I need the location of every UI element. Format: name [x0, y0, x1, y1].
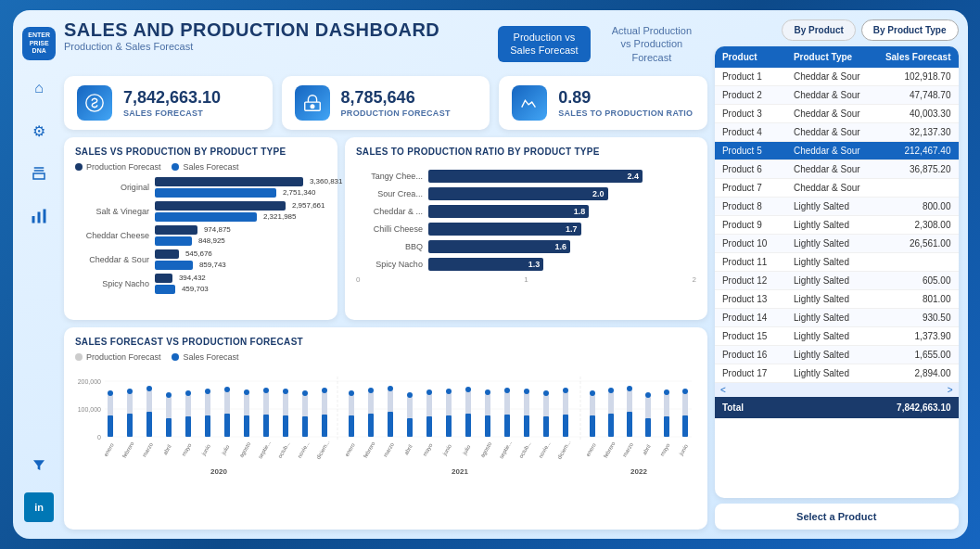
main-content: SALES AND PRODUCTION DASHBOARD Productio…	[64, 19, 707, 530]
linkedin-icon[interactable]: in	[24, 492, 54, 522]
table-row[interactable]: Product 8Lightly Salted800.00	[715, 198, 959, 216]
ratio-row-cheddar: Cheddar & ... 1.8	[356, 205, 696, 218]
svg-text:agosto: agosto	[238, 441, 252, 459]
middle-row: SALES VS PRODUCTION BY PRODUCT TYPE Prod…	[64, 137, 707, 321]
table-row[interactable]: Product 6Cheddar & Sour36,875.20	[715, 160, 959, 179]
svg-text:julio: julio	[220, 444, 230, 457]
svg-rect-76	[524, 415, 529, 437]
legend-dot-prod	[75, 163, 83, 171]
col-product: Product	[722, 52, 794, 62]
table-row[interactable]: Product 12Lightly Salted605.00	[715, 272, 959, 290]
by-product-button[interactable]: By Product	[782, 19, 855, 41]
footer-label: Total	[722, 402, 794, 413]
bars-2020	[108, 386, 327, 437]
svg-point-20	[146, 386, 152, 391]
sales-icon	[77, 85, 112, 121]
svg-rect-61	[426, 416, 432, 437]
kpi-ratio-value: 0.89	[558, 88, 693, 109]
svg-text:diciem...: diciem...	[556, 440, 572, 461]
svp-title: SALES VS PRODUCTION BY PRODUCT TYPE	[75, 147, 326, 157]
svg-rect-88	[608, 414, 614, 437]
header-tabs: Production vs Sales Forecast Actual Prod…	[498, 19, 707, 69]
svg-rect-34	[244, 415, 249, 437]
table-row[interactable]: Product 13Lightly Salted801.00	[715, 290, 959, 309]
svg-point-23	[166, 392, 172, 398]
table-row[interactable]: Product 3Cheddar & Sour40,003.30	[715, 105, 959, 123]
svg-rect-97	[664, 416, 669, 437]
svg-point-56	[388, 386, 393, 391]
svg-text:2020: 2020	[210, 467, 227, 476]
table-row[interactable]: Product 15Lightly Salted1,373.90	[715, 327, 959, 346]
svg-rect-28	[205, 415, 210, 437]
svg-text:junio: junio	[441, 443, 452, 457]
product-table: Product Product Type Sales Forecast Prod…	[715, 46, 959, 498]
select-product-button[interactable]: Select a Product	[715, 504, 959, 530]
filter-icon[interactable]	[24, 450, 54, 479]
ratio-icon	[512, 85, 547, 121]
chart-icon[interactable]	[24, 201, 54, 231]
kpi-row: 7,842,663.10 SALES FORECAST 8,785,646 PR…	[64, 76, 707, 130]
table-row[interactable]: Product 17Lightly Salted2,894.00	[715, 364, 959, 383]
ratio-row-tangy: Tangy Chee... 2.4	[356, 170, 696, 183]
bar-row-cheddar-sour: Cheddar & Sour 545,676 859,743	[75, 249, 326, 270]
svp-legend: Production Forecast Sales Forecast	[75, 162, 326, 172]
forecast-svg: 200,000 100,000 0	[75, 367, 696, 479]
page-title: SALES AND PRODUCTION DASHBOARD	[64, 19, 483, 41]
table-row[interactable]: Product 2Cheddar & Sour47,748.70	[715, 86, 959, 105]
svg-point-26	[185, 390, 191, 396]
kpi-sales-label: SALES FORECAST	[123, 109, 221, 118]
svg-rect-16	[127, 414, 133, 437]
table-row[interactable]: Product 10Lightly Salted26,561.00	[715, 235, 959, 253]
tab-production-sales[interactable]: Production vs Sales Forecast	[498, 26, 591, 62]
footer-total: 7,842,663.10	[879, 402, 950, 413]
settings-icon[interactable]: ⚙	[24, 116, 54, 146]
col-type: Product Type	[794, 52, 879, 62]
legend-dot-sales	[172, 163, 179, 171]
svg-point-68	[465, 387, 471, 392]
svg-point-14	[108, 390, 113, 396]
bar-row-cheddar-cheese: Cheddar Cheese 974,875 848,925	[75, 225, 326, 246]
svg-rect-37	[263, 415, 269, 437]
ratio-row-spicy: Spicy Nacho 1.3	[356, 258, 696, 271]
ratio-row-sour: Sour Crea... 2.0	[356, 187, 696, 200]
tab-actual-production[interactable]: Actual Production vs Production Forecast	[596, 19, 707, 69]
scroll-left-arrow[interactable]: <	[720, 385, 726, 395]
svg-rect-49	[349, 415, 354, 437]
svg-point-50	[349, 390, 354, 396]
page-subtitle: Production & Sales Forecast	[64, 41, 483, 52]
table-row[interactable]: Product 11Lightly Salted	[715, 253, 959, 272]
table-row[interactable]: Product 16Lightly Salted1,655.00	[715, 346, 959, 364]
svg-rect-2	[44, 210, 46, 223]
forecast-svg-wrap: 200,000 100,000 0	[75, 367, 696, 482]
svg-text:marzo: marzo	[141, 441, 154, 458]
svg-point-62	[426, 389, 432, 395]
table-row[interactable]: Product 4Cheddar & Sour32,137.30	[715, 123, 959, 142]
svg-point-35	[244, 389, 249, 395]
svg-point-65	[446, 389, 452, 394]
table-row[interactable]: Product 1Cheddar & Sour102,918.70	[715, 68, 959, 86]
table-row[interactable]: Product 9Lightly Salted2,308.00	[715, 216, 959, 235]
table-row-highlighted[interactable]: Product 5Cheddar & Sour212,467.40	[715, 142, 959, 160]
scroll-right-arrow[interactable]: >	[948, 385, 953, 395]
kpi-prod-value: 8,785,646	[341, 88, 451, 109]
svg-point-32	[224, 387, 230, 392]
svg-text:diciem...: diciem...	[315, 440, 331, 461]
sales-vs-production-panel: SALES VS PRODUCTION BY PRODUCT TYPE Prod…	[64, 137, 337, 321]
svg-rect-19	[146, 412, 152, 437]
app-logo: ENTERPRISEDNA	[22, 27, 56, 60]
svg-rect-52	[368, 414, 374, 437]
ratio-chart-panel: SALES TO PRODUCTION RATIO BY PRODUCT TYP…	[345, 137, 707, 321]
forecast-chart-panel: SALES FORECAST VS PRODUCTION FORECAST Pr…	[64, 327, 707, 530]
kpi-ratio-label: SALES TO PRODUCTION RATIO	[558, 109, 693, 118]
svg-point-74	[504, 388, 510, 393]
factory-icon[interactable]	[24, 159, 54, 188]
by-product-type-button[interactable]: By Product Type	[861, 19, 959, 41]
svg-text:100,000: 100,000	[78, 406, 101, 413]
legend-prod: Production Forecast	[75, 162, 161, 172]
home-icon[interactable]: ⌂	[24, 73, 54, 103]
svg-text:2021: 2021	[452, 467, 468, 476]
svg-text:octub...: octub...	[277, 440, 291, 459]
svg-rect-73	[504, 415, 510, 437]
table-row[interactable]: Product 14Lightly Salted930.50	[715, 309, 959, 327]
table-row[interactable]: Product 7Cheddar & Sour	[715, 179, 959, 198]
